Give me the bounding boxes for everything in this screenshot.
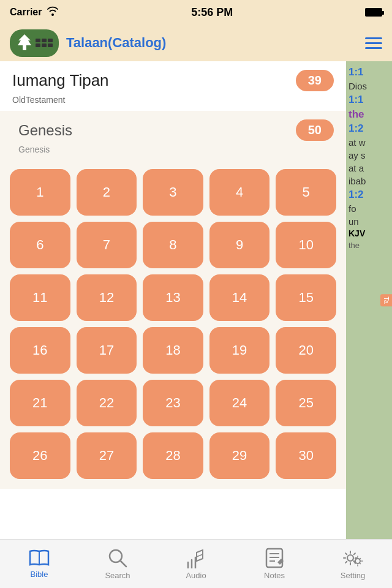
preview-kjv-text: the: [349, 240, 390, 251]
chapter-btn-8[interactable]: 8: [143, 222, 203, 268]
app-header: Talaan(Catalog): [0, 24, 392, 61]
chapter-grid: 1234567891011121314151617181920212223242…: [0, 162, 346, 489]
chapter-btn-21[interactable]: 21: [10, 380, 70, 426]
nav-bible-label: Bible: [31, 570, 48, 579]
chapter-btn-17[interactable]: 17: [77, 327, 137, 374]
chapter-btn-13[interactable]: 13: [143, 274, 203, 321]
status-bar: Carrier 5:56 PM: [0, 0, 392, 24]
bible-preview: 1:1 Dios 1:1 the 1:2 at w ay s at a ibab…: [346, 61, 392, 539]
status-right: [365, 8, 382, 17]
battery-icon: [365, 8, 382, 17]
svg-marker-1: [18, 34, 31, 50]
chapter-btn-19[interactable]: 19: [209, 327, 270, 374]
chapter-btn-1[interactable]: 1: [10, 169, 70, 216]
preview-line-5: 1:2: [349, 121, 390, 136]
status-left: Carrier: [10, 6, 59, 18]
chapter-btn-14[interactable]: 14: [209, 274, 270, 321]
search-icon: [107, 548, 128, 568]
nav-audio-label: Audio: [186, 571, 206, 580]
bottom-nav: Bible Search Audio: [0, 539, 392, 588]
preview-line-11: fo: [349, 202, 390, 215]
chapter-btn-11[interactable]: 11: [10, 274, 70, 321]
nav-notes-label: Notes: [264, 571, 285, 580]
notes-icon: [264, 548, 285, 568]
grid-icon: [36, 39, 53, 47]
nav-notes[interactable]: Notes: [235, 548, 314, 580]
preview-line-1: 1:1: [349, 65, 390, 80]
menu-button[interactable]: [365, 37, 382, 49]
chapter-btn-27[interactable]: 27: [77, 432, 137, 479]
preview-line-9: ibab: [349, 175, 390, 187]
svg-point-13: [347, 555, 353, 561]
book-header: Genesis 50: [0, 111, 346, 143]
preview-line-3: 1:1: [349, 92, 390, 107]
chapter-btn-26[interactable]: 26: [10, 432, 70, 479]
chapter-btn-25[interactable]: 25: [276, 380, 336, 426]
nav-setting[interactable]: Setting: [314, 548, 392, 580]
book-count[interactable]: 50: [296, 119, 334, 141]
chapter-btn-22[interactable]: 22: [77, 380, 137, 426]
chapter-btn-10[interactable]: 10: [276, 222, 336, 268]
testament-header: Iumang Tipan 39: [0, 61, 346, 94]
nav-search[interactable]: Search: [78, 548, 157, 580]
testament-subtitle: OldTestament: [0, 94, 346, 111]
preview-line-12: un: [349, 215, 390, 228]
book-icon: [28, 549, 50, 567]
chapter-btn-30[interactable]: 30: [276, 432, 336, 479]
chapter-btn-7[interactable]: 7: [77, 222, 137, 268]
chapter-btn-16[interactable]: 16: [10, 327, 70, 374]
chapter-btn-28[interactable]: 28: [143, 432, 203, 479]
preview-line-2: Dios: [349, 80, 390, 92]
preview-kjv: KJV: [349, 228, 390, 240]
preview-line-6: at w: [349, 136, 390, 149]
chapter-btn-18[interactable]: 18: [143, 327, 203, 374]
nav-audio[interactable]: Audio: [157, 548, 235, 580]
gear-icon: [342, 548, 364, 568]
chapter-btn-5[interactable]: 5: [276, 169, 336, 216]
preview-line-4: the: [349, 107, 390, 122]
carrier-label: Carrier: [10, 7, 42, 18]
chapter-btn-29[interactable]: 29: [209, 432, 270, 479]
wifi-icon: [47, 6, 59, 18]
tree-icon: [16, 33, 33, 53]
chapter-btn-9[interactable]: 9: [209, 222, 270, 268]
chapter-btn-15[interactable]: 15: [276, 274, 336, 321]
svg-line-8: [197, 554, 203, 557]
app-logo: [10, 29, 59, 57]
nav-search-label: Search: [105, 571, 130, 580]
nav-setting-label: Setting: [341, 571, 365, 580]
nav-bible[interactable]: Bible: [0, 549, 78, 579]
chapter-btn-4[interactable]: 4: [209, 169, 270, 216]
preview-line-8: at a: [349, 162, 390, 175]
catalog-panel: Iumang Tipan 39 OldTestament Genesis 50 …: [0, 61, 346, 539]
chapter-btn-3[interactable]: 3: [143, 169, 203, 216]
testament-count[interactable]: 39: [296, 70, 334, 91]
app-title: Talaan(Catalog): [66, 35, 358, 51]
chapter-btn-2[interactable]: 2: [77, 169, 137, 216]
tooltip-tab: Ta: [380, 294, 392, 306]
testament-title: Iumang Tipan: [12, 71, 109, 90]
preview-line-10: 1:2: [349, 187, 390, 202]
book-title: Genesis: [18, 122, 72, 139]
status-time: 5:56 PM: [191, 6, 233, 19]
book-subtitle: Genesis: [0, 143, 346, 162]
chapter-btn-23[interactable]: 23: [143, 380, 203, 426]
chapter-btn-20[interactable]: 20: [276, 327, 336, 374]
chapter-btn-12[interactable]: 12: [77, 274, 137, 321]
main-content: Iumang Tipan 39 OldTestament Genesis 50 …: [0, 61, 392, 539]
svg-line-4: [120, 560, 126, 567]
chapter-btn-6[interactable]: 6: [10, 222, 70, 268]
audio-icon: [186, 548, 206, 568]
chapter-btn-24[interactable]: 24: [209, 380, 270, 426]
preview-line-7: ay s: [349, 149, 390, 162]
